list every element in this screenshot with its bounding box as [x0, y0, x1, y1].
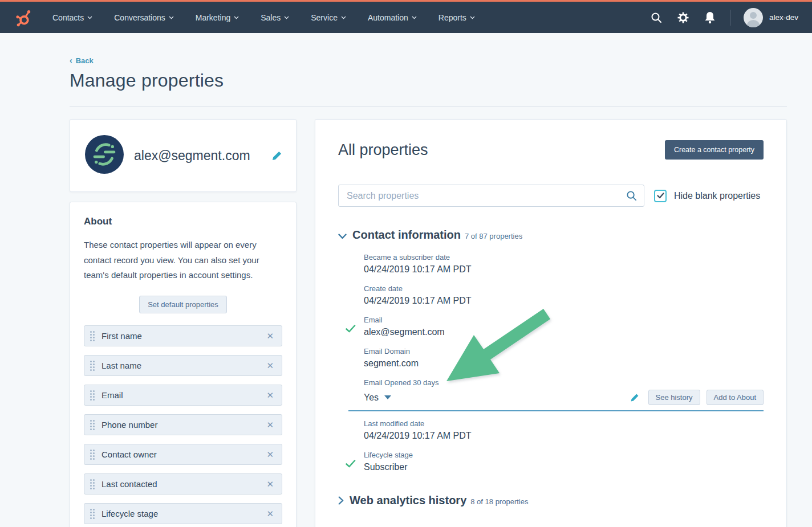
property-create-date: Create date 04/24/2019 10:17 AM PDT	[348, 284, 764, 306]
page: Contacts Conversations Marketing Sales S…	[0, 0, 812, 527]
section-count: 8 of 18 properties	[470, 497, 528, 506]
nav-item-reports[interactable]: Reports	[439, 13, 475, 22]
edit-pencil-icon[interactable]	[630, 393, 639, 402]
back-link[interactable]: ‹ Back	[70, 56, 94, 65]
drag-handle-icon[interactable]	[90, 390, 95, 401]
chevron-down-icon	[234, 16, 239, 19]
property-became-subscriber-date: Became a subscriber date 04/24/2019 10:1…	[348, 253, 764, 275]
profile-email: alex@segment.com	[134, 148, 271, 164]
remove-icon[interactable]: ✕	[266, 509, 274, 518]
section-contact-information[interactable]: Contact information 7 of 87 properties	[338, 228, 764, 242]
property-item-first-name[interactable]: First name ✕	[84, 325, 282, 346]
property-label: Email	[102, 390, 266, 400]
contact-information-properties: Became a subscriber date 04/24/2019 10:1…	[348, 253, 764, 472]
nav-item-conversations[interactable]: Conversations	[114, 13, 174, 22]
nav-item-label: Automation	[368, 13, 408, 22]
property-item-email[interactable]: Email ✕	[84, 385, 282, 406]
top-navbar: Contacts Conversations Marketing Sales S…	[0, 0, 812, 33]
chevron-down-icon	[87, 16, 92, 19]
property-label: Contact owner	[102, 450, 266, 459]
property-label: Last name	[102, 361, 266, 370]
nav-item-marketing[interactable]: Marketing	[196, 13, 239, 22]
section-title: Contact information	[352, 228, 461, 242]
property-item-contact-owner[interactable]: Contact owner ✕	[84, 444, 282, 465]
chevron-left-icon: ‹	[70, 56, 72, 65]
drag-handle-icon[interactable]	[90, 450, 95, 460]
bell-icon[interactable]	[704, 11, 716, 24]
all-properties-title: All properties	[338, 141, 428, 159]
remove-icon[interactable]: ✕	[266, 361, 274, 370]
property-email-opened-30-days: Email Opened 30 days Yes See history	[348, 378, 764, 411]
search-icon[interactable]	[651, 12, 662, 23]
remove-icon[interactable]: ✕	[266, 332, 274, 340]
chevron-down-icon	[284, 16, 289, 19]
all-properties-panel: All properties Create a contact property	[315, 119, 787, 527]
avatar[interactable]	[744, 8, 763, 27]
property-email: Email alex@segment.com	[348, 316, 764, 337]
search-icon[interactable]	[626, 190, 637, 203]
nav-item-label: Conversations	[114, 13, 165, 22]
chevron-down-icon	[412, 16, 417, 19]
chevron-down-icon	[169, 16, 174, 19]
remove-icon[interactable]: ✕	[266, 480, 274, 488]
property-item-lifecycle-stage[interactable]: Lifecycle stage ✕	[84, 503, 282, 524]
section-title: Web analytics history	[350, 494, 466, 507]
remove-icon[interactable]: ✕	[266, 391, 274, 399]
nav-item-automation[interactable]: Automation	[368, 13, 417, 22]
about-title: About	[84, 216, 282, 227]
property-label: Last contacted	[102, 479, 266, 489]
property-label: Email	[364, 316, 764, 324]
property-value: 04/24/2019 10:17 AM PDT	[364, 264, 764, 275]
nav-item-label: Contacts	[52, 13, 84, 22]
about-description: These contact properties will appear on …	[84, 238, 282, 283]
remove-icon[interactable]: ✕	[266, 420, 274, 429]
property-value: Yes	[364, 393, 379, 403]
section-count: 7 of 87 properties	[465, 232, 522, 240]
property-item-last-name[interactable]: Last name ✕	[84, 355, 282, 376]
username[interactable]: alex-dev	[769, 13, 798, 22]
property-email-domain: Email Domain segment.com	[348, 347, 764, 369]
search-properties-input[interactable]	[338, 185, 644, 207]
property-value: 04/24/2019 10:17 AM PDT	[364, 296, 764, 306]
remove-icon[interactable]: ✕	[266, 450, 274, 459]
set-default-properties-button[interactable]: Set default properties	[139, 296, 227, 313]
page-title: Manage properties	[70, 70, 787, 91]
dropdown-caret-icon[interactable]	[384, 395, 391, 399]
nav-item-label: Reports	[439, 13, 466, 22]
back-label: Back	[76, 56, 94, 65]
nav-item-label: Marketing	[196, 13, 230, 22]
drag-handle-icon[interactable]	[90, 479, 95, 489]
drag-handle-icon[interactable]	[90, 509, 95, 519]
hide-blank-checkbox[interactable]	[654, 190, 667, 202]
edit-pencil-icon[interactable]	[271, 150, 282, 161]
nav-item-service[interactable]: Service	[311, 13, 346, 22]
property-value: alex@segment.com	[364, 327, 764, 337]
chevron-down-icon	[470, 16, 475, 19]
hide-blank-label: Hide blank properties	[674, 191, 760, 201]
chevron-down-icon[interactable]	[338, 231, 347, 242]
see-history-button[interactable]: See history	[648, 390, 700, 405]
nav-item-label: Sales	[261, 13, 281, 22]
chevron-right-icon[interactable]	[338, 496, 344, 507]
nav-divider	[730, 10, 731, 26]
gear-icon[interactable]	[677, 11, 689, 24]
nav-item-sales[interactable]: Sales	[261, 13, 289, 22]
property-item-last-contacted[interactable]: Last contacted ✕	[84, 473, 282, 495]
property-label: First name	[102, 331, 266, 341]
property-last-modified-date: Last modified date 04/24/2019 10:17 AM P…	[348, 419, 764, 441]
drag-handle-icon[interactable]	[90, 331, 95, 341]
property-label: Phone number	[102, 420, 266, 430]
property-item-phone-number[interactable]: Phone number ✕	[84, 414, 282, 435]
hide-blank-properties-toggle[interactable]: Hide blank properties	[654, 190, 760, 202]
nav-item-contacts[interactable]: Contacts	[52, 13, 92, 22]
default-properties-list: First name ✕ Last name ✕ Email ✕	[84, 325, 282, 527]
create-contact-property-button[interactable]: Create a contact property	[665, 140, 764, 160]
section-web-analytics-history[interactable]: Web analytics history 8 of 18 properties	[338, 494, 764, 507]
property-label: Email Domain	[364, 347, 764, 356]
property-lifecycle-stage: Lifecycle stage Subscriber	[348, 451, 764, 472]
drag-handle-icon[interactable]	[90, 361, 95, 371]
add-to-about-button[interactable]: Add to About	[707, 390, 764, 405]
hubspot-logo-icon[interactable]	[13, 7, 32, 28]
about-card: About These contact properties will appe…	[70, 202, 297, 527]
drag-handle-icon[interactable]	[90, 420, 95, 430]
